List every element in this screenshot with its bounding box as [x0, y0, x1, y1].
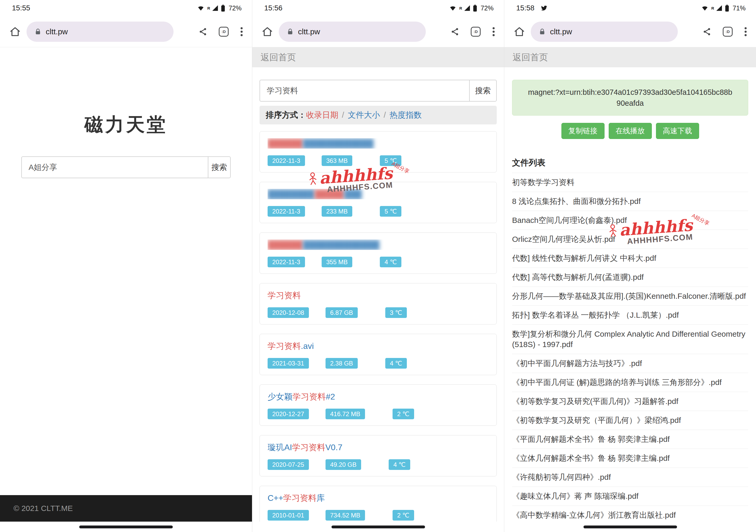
- home-button[interactable]: [512, 24, 526, 39]
- home-button[interactable]: [260, 24, 275, 39]
- fast-download-button[interactable]: 高速下载: [656, 123, 699, 139]
- back-to-home-link[interactable]: 返回首页: [513, 51, 548, 64]
- tab-switcher-button[interactable]: :D: [471, 27, 481, 37]
- result-title-segment: ███: [344, 189, 362, 199]
- result-title-segment: ██████: [268, 139, 303, 148]
- file-list-item: Banach空间几何理论(俞鑫泰).pdf: [512, 211, 748, 230]
- sort-option-1[interactable]: 收录日期: [306, 110, 338, 120]
- file-list-item: 《许莼舫初等几何四种》.pdf: [512, 467, 748, 487]
- result-title-link[interactable]: 少女颖学习资料#2: [268, 391, 489, 402]
- tab-switcher-button[interactable]: :D: [723, 27, 733, 37]
- gesture-handle[interactable]: [79, 525, 173, 528]
- sort-option-3[interactable]: 热度指数: [390, 110, 422, 120]
- heat-badge: 4 ℃: [385, 358, 407, 369]
- address-bar[interactable]: cltt.pw: [279, 21, 426, 42]
- result-card[interactable]: ███████████████████2022-11-3355 MB4 ℃: [259, 232, 497, 274]
- result-card[interactable]: 少女颖学习资料#22020-12-27416.72 MB2 ℃: [259, 385, 497, 426]
- address-bar[interactable]: cltt.pw: [531, 21, 678, 42]
- result-title-segment: 少女颖: [268, 392, 292, 401]
- date-badge: 2020-12-08: [268, 307, 309, 318]
- result-title-segment: 璇玑AI: [268, 443, 292, 452]
- result-title-segment: 学习资料: [268, 291, 301, 300]
- size-badge: 2.38 GB: [326, 358, 358, 369]
- battery-icon: [725, 5, 729, 12]
- result-title-link[interactable]: 学习资料.avi: [268, 341, 489, 351]
- wifi-icon: [449, 5, 456, 12]
- result-title-segment: C++: [268, 493, 283, 503]
- result-card[interactable]: ██████████████████2022-11-3363 MB5 ℃: [259, 131, 497, 173]
- detail-page-body: magnet:?xt=urn:btih:e3074a01c97393ad30e5…: [504, 80, 756, 524]
- result-title-link[interactable]: ████████████████: [268, 189, 489, 199]
- file-list-item: 8 浅论点集拓扑、曲面和微分拓扑.pdf: [512, 192, 748, 211]
- screen-results: 15:56 R 72% cltt.pw :D 返回首页: [252, 0, 504, 532]
- url-text: cltt.pw: [46, 27, 68, 36]
- browser-toolbar: cltt.pw :D: [252, 16, 504, 47]
- sort-separator: /: [342, 110, 344, 120]
- home-icon: [514, 26, 525, 38]
- gesture-handle[interactable]: [332, 525, 425, 528]
- tab-switcher-button[interactable]: :D: [219, 27, 229, 37]
- share-button[interactable]: [702, 27, 711, 36]
- file-list-item: 分形几何——数学基础及其应用].(英国)Kenneth.Falconer.清晰版…: [512, 286, 748, 306]
- share-button[interactable]: [450, 27, 459, 36]
- result-title-link[interactable]: 璇玑AI学习资料V0.7: [268, 442, 489, 453]
- file-list-item: 《平面几何解题术全书》鲁 杨 郭奕津主编.pdf: [512, 430, 748, 449]
- sort-option-2[interactable]: 文件大小: [348, 110, 380, 120]
- back-to-home-link[interactable]: 返回首页: [260, 51, 296, 64]
- browser-toolbar: cltt.pw :D: [504, 16, 756, 47]
- card-badges: 2022-11-3233 MB5 ℃: [268, 206, 489, 217]
- copy-link-button[interactable]: 复制链接: [561, 123, 605, 139]
- result-title-segment: 学习资料: [292, 443, 325, 452]
- wifi-icon: [198, 5, 204, 12]
- search-button[interactable]: 搜索: [469, 80, 497, 102]
- heat-badge: 2 ℃: [392, 510, 414, 520]
- heat-badge: 3 ℃: [385, 307, 407, 318]
- result-title-link[interactable]: ██████████████████: [268, 138, 489, 148]
- menu-button[interactable]: [240, 26, 243, 37]
- address-bar[interactable]: cltt.pw: [26, 21, 174, 42]
- cell-signal-icon: [464, 5, 471, 12]
- home-button[interactable]: [8, 24, 22, 39]
- menu-button[interactable]: [492, 26, 495, 37]
- status-time: 15:58: [516, 4, 534, 12]
- result-card[interactable]: 学习资料.avi2021-03-312.38 GB4 ℃: [259, 334, 497, 375]
- results-page-body: 搜索 排序方式： 收录日期/文件大小/热度指数 ████████████████…: [252, 80, 504, 527]
- share-button[interactable]: [199, 27, 207, 36]
- status-bar: 15:56 R 72%: [252, 0, 504, 16]
- result-card[interactable]: ████████████████2022-11-3233 MB5 ℃: [259, 182, 497, 223]
- sort-separator: /: [384, 110, 386, 120]
- search-input[interactable]: [21, 156, 208, 178]
- result-card[interactable]: C++学习资料库2010-01-01734.52 MB2 ℃: [259, 486, 497, 527]
- copyright-text: © 2021 CLTT.ME: [14, 504, 73, 513]
- lock-icon[interactable]: [34, 28, 41, 35]
- size-badge: 355 MB: [322, 257, 353, 267]
- menu-icon: [492, 26, 495, 37]
- search-input[interactable]: [259, 80, 469, 102]
- file-list-item: 代数] 线性代数与解析几何讲义 中科大.pdf: [512, 249, 748, 268]
- menu-button[interactable]: [744, 26, 747, 37]
- search-button[interactable]: 搜索: [208, 156, 231, 178]
- cell-signal-icon: [716, 5, 722, 12]
- result-title-segment: #2: [326, 392, 335, 401]
- url-text: cltt.pw: [298, 27, 320, 36]
- battery-icon: [221, 5, 225, 12]
- result-title-link[interactable]: 学习资料: [268, 290, 489, 301]
- size-badge: 6.87 GB: [326, 307, 358, 318]
- play-online-button[interactable]: 在线播放: [609, 123, 652, 139]
- card-badges: 2020-07-2549.20 GB4 ℃: [268, 459, 489, 470]
- result-title-link[interactable]: C++学习资料库: [268, 493, 489, 503]
- file-list-item: 数学]复分析和微分几何 Complex Analytic And Differe…: [512, 325, 748, 354]
- result-title-link[interactable]: ███████████████████: [268, 240, 489, 250]
- lock-icon[interactable]: [539, 28, 546, 35]
- date-badge: 2022-11-3: [268, 206, 305, 217]
- result-title-segment: 库: [316, 493, 325, 503]
- lock-icon[interactable]: [286, 28, 294, 35]
- system-nav-bar: [252, 521, 504, 532]
- result-card[interactable]: 璇玑AI学习资料V0.72020-07-2549.20 GB4 ℃: [259, 435, 497, 476]
- gesture-handle[interactable]: [583, 525, 677, 528]
- result-card[interactable]: 学习资料2020-12-086.87 GB3 ℃: [259, 283, 497, 325]
- magnet-link-box: magnet:?xt=urn:btih:e3074a01c97393ad30e5…: [512, 80, 748, 116]
- home-icon: [9, 26, 21, 38]
- date-badge: 2020-12-27: [268, 409, 309, 419]
- result-title-segment: ████████: [268, 189, 314, 199]
